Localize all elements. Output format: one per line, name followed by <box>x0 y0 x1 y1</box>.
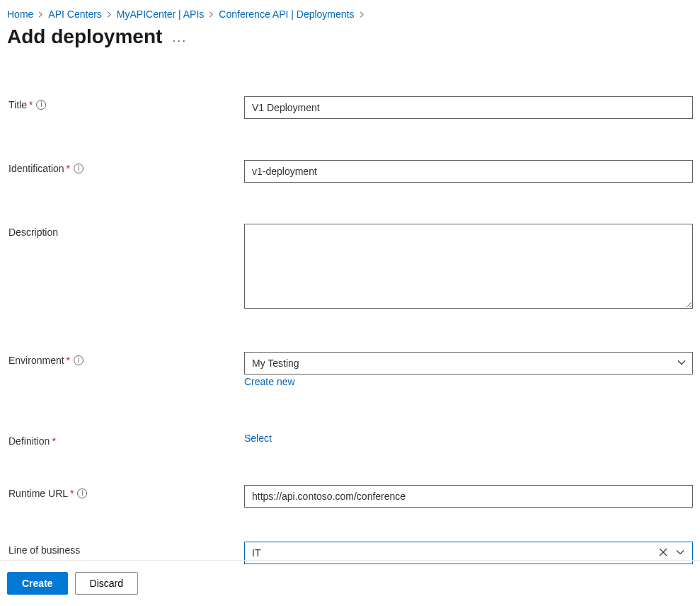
description-label-group: Description <box>8 224 244 238</box>
required-indicator: * <box>67 163 70 174</box>
breadcrumb: Home API Centers MyAPICenter | APIs Conf… <box>0 0 700 20</box>
page-title-row: Add deployment ··· <box>0 20 700 48</box>
chevron-down-icon[interactable] <box>673 545 687 561</box>
info-icon[interactable]: i <box>36 100 46 110</box>
breadcrumb-home[interactable]: Home <box>7 8 33 20</box>
footer-actions: Create Discard <box>0 560 700 606</box>
discard-button[interactable]: Discard <box>75 572 138 595</box>
create-button[interactable]: Create <box>7 572 68 595</box>
create-new-environment-link[interactable]: Create new <box>244 376 295 387</box>
description-label: Description <box>8 227 58 238</box>
definition-label-group: Definition * <box>8 433 244 447</box>
breadcrumb-myapicenter-apis[interactable]: MyAPICenter | APIs <box>117 8 204 20</box>
clear-icon[interactable] <box>656 545 670 561</box>
environment-label-group: Environment * i <box>8 352 244 366</box>
description-textarea[interactable] <box>244 224 693 309</box>
chevron-right-icon <box>38 11 44 18</box>
environment-label: Environment <box>8 355 64 366</box>
definition-select-link[interactable]: Select <box>244 433 272 444</box>
required-indicator: * <box>70 488 74 499</box>
page-title: Add deployment <box>7 25 162 48</box>
required-indicator: * <box>67 355 70 366</box>
chevron-right-icon <box>208 11 214 18</box>
line-of-business-label: Line of business <box>8 544 80 556</box>
breadcrumb-conference-api-deployments[interactable]: Conference API | Deployments <box>219 8 354 20</box>
more-actions-icon[interactable]: ··· <box>172 27 187 47</box>
identification-label-group: Identification * i <box>8 160 244 174</box>
line-of-business-label-group: Line of business <box>8 542 244 556</box>
required-indicator: * <box>29 99 33 110</box>
identification-label: Identification <box>8 163 64 174</box>
runtime-url-label: Runtime URL <box>8 488 68 499</box>
identification-input[interactable] <box>244 160 693 183</box>
info-icon[interactable]: i <box>77 488 87 498</box>
environment-select[interactable]: My Testing <box>244 352 693 375</box>
title-input[interactable] <box>244 96 693 119</box>
info-icon[interactable]: i <box>74 164 84 173</box>
chevron-right-icon <box>106 11 113 18</box>
runtime-url-label-group: Runtime URL * i <box>8 485 244 499</box>
runtime-url-input[interactable] <box>244 485 693 508</box>
definition-label: Definition <box>8 435 50 447</box>
add-deployment-form: Title * i Identification * i Description <box>0 48 700 564</box>
title-label: Title <box>8 99 27 110</box>
chevron-right-icon <box>359 11 365 18</box>
required-indicator: * <box>52 435 55 447</box>
breadcrumb-api-centers[interactable]: API Centers <box>48 8 101 20</box>
info-icon[interactable]: i <box>74 355 84 365</box>
title-label-group: Title * i <box>8 96 244 110</box>
